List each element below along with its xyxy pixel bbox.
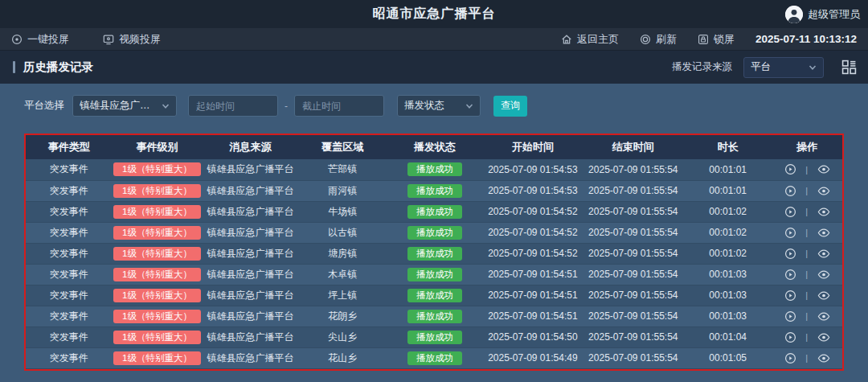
status-badge: 播放成功 [407,184,462,198]
view-eye-icon[interactable] [817,206,830,218]
platform-select[interactable]: 镇雄县应急广播... [72,95,177,117]
play-record-icon[interactable] [784,206,796,218]
event-type: 突发事件 [50,206,88,217]
play-record-icon[interactable] [784,352,796,364]
status-badge: 播放成功 [407,226,462,240]
view-eye-icon[interactable] [817,248,830,260]
table-row: 突发事件 1级（特别重大） 镇雄县应急广播平台 塘房镇 播放成功 2025-07… [26,243,842,264]
duration: 00:01:03 [709,290,747,301]
nav-item-label: 一键投屏 [27,32,69,47]
view-eye-icon[interactable] [817,163,830,175]
play-record-icon[interactable] [784,269,796,281]
message-source: 镇雄县应急广播平台 [207,248,293,259]
view-eye-icon[interactable] [817,331,830,343]
nav-item-screen-cast[interactable]: 一键投屏 [11,32,69,47]
level-badge: 1级（特别重大） [113,268,201,281]
title-accent-bar [13,61,15,73]
start-time: 2025-07-09 01:54:51 [488,269,577,280]
view-eye-icon[interactable] [817,269,830,281]
column-header: 覆盖区域 [298,135,387,159]
duration: 00:01:04 [709,331,747,343]
op-separator: | [805,332,808,342]
record-source-select[interactable]: 平台 [743,57,824,78]
op-separator: | [805,165,808,175]
level-badge: 1级（特别重大） [113,331,201,344]
start-time-input[interactable] [188,95,278,117]
end-time: 2025-07-09 01:55:54 [588,310,678,322]
coverage-region: 尖山乡 [328,331,357,343]
play-record-icon[interactable] [784,163,796,175]
table-row: 突发事件 1级（特别重大） 镇雄县应急广播平台 坪上镇 播放成功 2025-07… [26,285,842,306]
view-eye-icon[interactable] [817,290,830,302]
play-record-icon[interactable] [784,185,796,197]
nav-item-label: 返回主页 [577,32,619,47]
secondary-nav: 一键投屏 视频投屏 返回主页 刷新 锁屏 2025-07- [0,28,868,51]
event-type: 突发事件 [50,352,88,364]
coverage-region: 坪上镇 [328,290,357,301]
start-time: 2025-07-09 01:54:51 [488,290,577,301]
duration: 00:01:02 [709,248,747,259]
message-source: 镇雄县应急广播平台 [207,290,293,301]
message-source: 镇雄县应急广播平台 [207,352,293,364]
search-button[interactable]: 查询 [493,96,527,117]
level-badge: 1级（特别重大） [113,289,201,302]
table-row: 突发事件 1级（特别重大） 镇雄县应急广播平台 花朗乡 播放成功 2025-07… [26,306,842,327]
layout-toggle-icon[interactable] [841,60,857,75]
play-record-icon[interactable] [784,290,796,302]
start-time: 2025-07-09 01:54:49 [488,352,577,364]
table-row: 突发事件 1级（特别重大） 镇雄县应急广播平台 花山乡 播放成功 2025-07… [26,347,842,368]
end-time: 2025-07-09 01:55:54 [588,227,678,238]
level-badge: 1级（特别重大） [113,205,201,219]
nav-item-video-cast[interactable]: 视频投屏 [103,32,161,47]
play-record-icon[interactable] [784,310,796,322]
app-title: 昭通市应急广播平台 [373,6,496,23]
column-header: 消息来源 [202,135,298,159]
refresh-icon [640,34,651,45]
level-badge: 1级（特别重大） [113,310,201,323]
op-separator: | [805,186,808,195]
status-badge: 播放成功 [407,205,462,219]
end-time: 2025-07-09 01:55:54 [588,290,678,301]
status-badge: 播放成功 [407,351,462,365]
duration: 00:01:01 [709,164,747,175]
status-badge: 播放成功 [407,310,462,323]
event-type: 突发事件 [50,248,88,259]
page-title-wrap: 历史播发记录 [13,60,93,75]
home-icon [561,34,572,45]
duration: 00:01:01 [709,185,747,196]
status-badge: 播放成功 [407,247,462,261]
event-type: 突发事件 [50,310,88,322]
user-menu[interactable]: 超级管理员 [785,0,860,28]
section-header: 历史播发记录 播发记录来源 平台 [0,51,868,84]
broadcast-status-select[interactable]: 播发状态 [397,95,481,117]
date-range-separator: - [285,101,288,112]
end-time: 2025-07-09 01:55:54 [588,164,678,175]
view-eye-icon[interactable] [817,185,830,197]
play-record-icon[interactable] [784,248,796,260]
status-badge: 播放成功 [407,268,462,281]
nav-item-lock-screen[interactable]: 锁屏 [698,32,735,47]
table-row: 突发事件 1级（特别重大） 镇雄县应急广播平台 牛场镇 播放成功 2025-07… [26,201,842,222]
nav-item-home[interactable]: 返回主页 [561,32,619,47]
event-type: 突发事件 [50,331,88,343]
end-time: 2025-07-09 01:55:54 [588,248,678,259]
start-time: 2025-07-09 01:54:52 [488,206,577,217]
start-time: 2025-07-09 01:54:52 [488,227,577,238]
op-separator: | [805,290,808,300]
view-eye-icon[interactable] [817,227,830,239]
content-panel: 平台选择 镇雄县应急广播... - 播发状态 查询 事件类型事件级别消息来源覆盖… [0,84,868,382]
current-datetime: 2025-07-11 10:13:12 [755,33,857,45]
history-table-annotated: 事件类型事件级别消息来源覆盖区域播发状态开始时间结束时间时长操作 突发事件 1级… [24,133,844,371]
nav-item-refresh[interactable]: 刷新 [640,32,677,47]
view-eye-icon[interactable] [817,310,830,322]
start-time: 2025-07-09 01:54:53 [488,164,577,175]
table-row: 突发事件 1级（特别重大） 镇雄县应急广播平台 芒部镇 播放成功 2025-07… [26,159,842,180]
op-separator: | [805,249,808,258]
op-separator: | [805,228,808,237]
play-record-icon[interactable] [784,227,796,239]
end-time-input[interactable] [294,95,384,117]
play-record-icon[interactable] [784,331,796,343]
duration: 00:01:03 [709,269,747,280]
message-source: 镇雄县应急广播平台 [207,185,293,196]
view-eye-icon[interactable] [817,352,830,364]
